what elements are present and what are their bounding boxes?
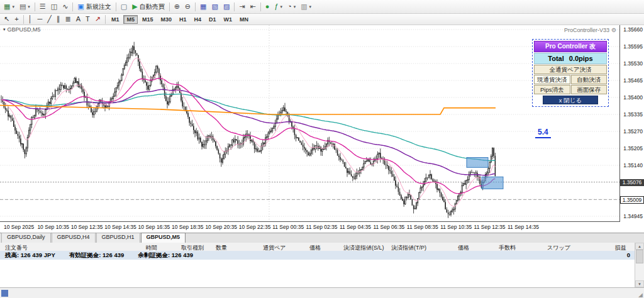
new-chart-button[interactable]: ▦▾ [1, 1, 17, 12]
fibonacci-button[interactable]: ≣ [62, 14, 73, 25]
text-label-icon: T [86, 16, 90, 23]
time-label: 10 Sep 14:35 [104, 224, 136, 230]
chart-tab-gbpusd-h1[interactable]: GBPUSD,H1 [96, 233, 140, 243]
dropdown-arrow-icon: ▾ [12, 4, 14, 9]
time-label: 11 Sep 00:35 [272, 224, 304, 230]
price-label: 1.34945 [623, 213, 643, 220]
balance-summary: 残高: 126 439 JPY有効証拠金: 126 439余剰証拠金: 126 … [5, 251, 207, 260]
vertical-line-icon: │ [28, 16, 33, 23]
toolbar-separator [105, 15, 106, 24]
timeframe-h1-button[interactable]: H1 [176, 15, 190, 24]
timeframe-m30-button[interactable]: M30 [158, 15, 175, 24]
indicators-button[interactable]: ƒ▾ [272, 1, 285, 12]
panel-row: Pips消去 画面保存 [534, 85, 607, 94]
timeframe-m5-button[interactable]: M5 [123, 15, 138, 24]
auto-close-button[interactable]: 自動決済 [571, 75, 608, 84]
text-icon: A [76, 16, 80, 23]
timeframe-m15-button[interactable]: M15 [139, 15, 157, 24]
scroll-up-icon[interactable]: ▲ [635, 243, 644, 250]
text-label-button[interactable]: T [83, 14, 92, 25]
price-label: 1.35205 [623, 145, 643, 152]
bar-chart-icon: ☰ [40, 3, 46, 10]
chart-tab-gbpusd-daily[interactable]: GBPUSD,Daily [1, 233, 51, 243]
panel-close-button[interactable]: x 閉じる [543, 96, 598, 104]
auto-trading-button[interactable]: ▶自動売買 [130, 1, 167, 12]
time-label: 10 Sep 18:35 [172, 224, 204, 230]
price-label: 1.35400 [623, 94, 643, 101]
bar-chart-button[interactable]: ☰ [37, 1, 48, 12]
horizontal-line-button[interactable]: ─ [35, 14, 45, 25]
candlestick-chart[interactable] [0, 25, 620, 222]
close-current-pair-button[interactable]: 現通貨決済 [534, 75, 570, 84]
new-order-button[interactable]: ▣新規注文 [75, 1, 113, 12]
chart-tab-gbpusd-m5[interactable]: GBPUSD,M5 [141, 233, 186, 243]
crosshair-icon: + [14, 16, 18, 23]
pips-clear-button[interactable]: Pips消去 [534, 85, 570, 94]
market-button[interactable]: ● [263, 1, 272, 12]
total-value: 0.0pips [569, 55, 593, 62]
cascade-windows-button[interactable]: ▧ [209, 1, 220, 12]
timeframes-menu-button[interactable]: ◔▾ [285, 1, 298, 12]
price-label: 1.35140 [623, 162, 643, 169]
crosshair-button[interactable]: + [12, 14, 21, 25]
panel-row: 現通貨決済 自動決済 [534, 75, 607, 84]
fibonacci-icon: ≣ [65, 16, 70, 23]
profiles-button[interactable]: ▤▾ [17, 1, 33, 12]
save-screen-button[interactable]: 画面保存 [571, 85, 608, 94]
arrange-windows-button[interactable]: ▨ [221, 1, 232, 12]
price-label: 1.35335 [623, 111, 643, 118]
timeframe-h4-button[interactable]: H4 [191, 15, 205, 24]
zoom-out-button[interactable]: ⊖ [182, 1, 193, 12]
zoom-in-button[interactable]: ⊕ [172, 1, 182, 12]
auto-scroll-button[interactable]: ⇥ [236, 1, 247, 12]
timeframes-menu-icon: ◔ [287, 3, 292, 10]
status-indicator [1, 290, 8, 297]
chart-tab-gbpusd-h4[interactable]: GBPUSD,H4 [52, 233, 96, 243]
timeframe-d1-button[interactable]: D1 [206, 15, 219, 24]
candlestick-chart-button[interactable]: ◫ [48, 1, 60, 12]
arrows-button[interactable]: ↗ [92, 14, 103, 25]
channel-icon: ∥ [57, 16, 60, 23]
pro-controller-panel: Pro Controller 改 Total 0.0pips 全通貨ペア決済 現… [532, 39, 609, 107]
templates-button[interactable]: ▥▾ [298, 1, 314, 12]
vertical-line-button[interactable]: │ [26, 14, 35, 25]
time-label: 11 Sep 04:35 [340, 224, 371, 230]
chart-shift-button[interactable]: ⇤ [248, 1, 258, 12]
gear-icon[interactable]: ⚙ [611, 27, 616, 33]
chart-window-button[interactable]: ▢ [118, 1, 130, 12]
text-button[interactable]: A [74, 14, 83, 25]
price-label: 1.35530 [623, 60, 643, 67]
channel-button[interactable]: ∥ [54, 14, 63, 25]
scrollbar-thumb[interactable] [636, 250, 643, 263]
timeframe-w1-button[interactable]: W1 [221, 15, 236, 24]
trendline-button[interactable]: ╱ [45, 14, 54, 25]
tile-windows-button[interactable]: ▦ [197, 1, 209, 12]
time-label: 11 Sep 12:35 [474, 224, 506, 230]
close-all-pairs-button[interactable]: 全通貨ペア決済 [534, 65, 607, 74]
time-label: 11 Sep 10:35 [440, 224, 472, 230]
terminal-scrollbar[interactable]: ▲ ▼ [635, 243, 644, 287]
horizontal-line-icon: ─ [38, 16, 43, 23]
dropdown-arrow-icon: ▾ [309, 4, 312, 9]
scroll-down-icon[interactable]: ▼ [635, 280, 644, 287]
total-label: Total [548, 55, 564, 62]
indicators-icon: ƒ [274, 3, 278, 10]
cursor-button[interactable]: ↖ [1, 14, 12, 25]
line-chart-button[interactable]: ∿ [60, 1, 70, 12]
line-chart-icon: ∿ [62, 3, 68, 10]
time-label: 10 Sep 12:35 [71, 224, 103, 230]
time-label: 11 Sep 02:35 [306, 224, 338, 230]
time-label: 10 Sep 10:35 [37, 224, 69, 230]
price-label: 1.35465 [623, 77, 643, 84]
resize-grip-icon[interactable]: ◢ [638, 292, 643, 298]
time-label: 10 Sep 22:35 [239, 224, 271, 230]
cursor-icon: ↖ [4, 16, 9, 23]
price-axis[interactable]: 1.356601.355951.355301.354651.354001.353… [619, 25, 644, 222]
timeframe-m1-button[interactable]: M1 [108, 15, 123, 24]
timeframe-mn-button[interactable]: MN [236, 15, 252, 24]
time-axis[interactable]: 10 Sep 202510 Sep 10:3510 Sep 12:3510 Se… [0, 221, 620, 233]
time-label: 10 Sep 20:35 [205, 224, 237, 230]
templates-icon: ▥ [301, 3, 307, 10]
mt4-window: ▦▾▤▾☰◫∿▣新規注文▢▶自動売買⊕⊖▦▧▨⇥⇤●ƒ▾◔▾▥▾ ↖+│─╱∥≣… [0, 0, 644, 298]
chart-window-icon: ▢ [121, 3, 127, 10]
